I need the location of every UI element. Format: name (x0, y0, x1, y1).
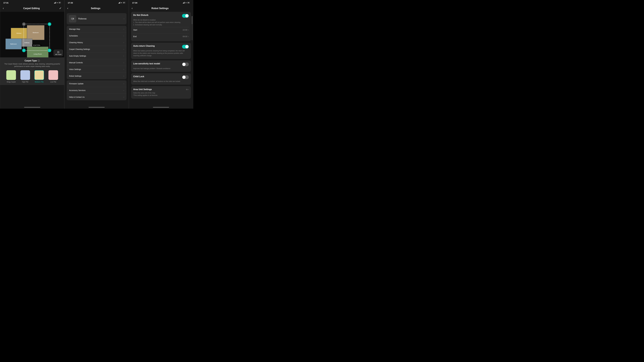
nav-header-2: ‹ Settings (64, 5, 129, 12)
carpet-type-desc: The Carpet Master mode delivers precise,… (3, 63, 62, 67)
carpet-option-low[interactable]: Low Pile (48, 70, 58, 83)
robot-settings-chevron: › (124, 75, 124, 77)
cleaning-history-label: Cleaning History (69, 41, 124, 43)
confirm-button-1[interactable]: ✓ (59, 6, 62, 10)
battery-icon-1: 87 (58, 2, 61, 3)
carpet-option-medium[interactable]: Medium Pile (34, 70, 44, 83)
device-card[interactable]: Robovac › (67, 13, 126, 24)
screen-carpet-editing: 17:31 ▾ 87 ‹ Carpet Editing ✓ (0, 0, 64, 109)
settings-item-manage-map[interactable]: Manage Map › (67, 26, 126, 32)
cleaning-history-chevron: › (124, 41, 124, 43)
status-icons-2: ▾ 87 (118, 2, 126, 4)
svg-rect-2 (72, 18, 72, 19)
do-not-disturb-card: Do Not Disturb When do not disturb is en… (131, 12, 191, 41)
child-lock-card: Child Lock When the child lock is enable… (131, 73, 191, 85)
voice-settings-chevron: › (124, 68, 124, 70)
auto-empty-label: Auto Empty Settings (69, 55, 124, 57)
page-title-3: Robot Settings (152, 7, 169, 10)
floor-plan: Kitchen Bedroom Bathroom Hallway Living … (0, 12, 64, 57)
accessory-label: Accessory Services (69, 89, 124, 91)
settings-item-cleaning-history[interactable]: Cleaning History › (67, 39, 126, 46)
robot-settings-content: Do Not Disturb When do not disturb is en… (129, 12, 193, 109)
wifi-icon-1: ▾ (57, 2, 58, 4)
home-indicator-2 (88, 107, 105, 107)
help-label: Help & Contact Us (69, 96, 124, 98)
low-sensitivity-toggle[interactable] (182, 62, 189, 66)
status-icons-1: ▾ 87 (54, 2, 61, 4)
settings-item-schedules[interactable]: Schedules › (67, 32, 126, 39)
carpet-handle-tr[interactable]: ↻ (48, 22, 51, 26)
carpet-label-low: Low Pile (50, 81, 56, 83)
child-lock-header: Child Lock (133, 75, 189, 79)
robot-settings-label: Robot Settings (69, 75, 124, 77)
auto-return-toggle[interactable] (182, 45, 189, 48)
end-label: End (133, 35, 136, 37)
screen-robot-settings: 17:34 ▾ 86 ‹ Robot Settings (129, 0, 193, 109)
nav-header-1: ‹ Carpet Editing ✓ (0, 5, 64, 12)
manage-map-chevron: › (124, 28, 124, 30)
area-unit-title: Area Unit Settings (133, 88, 152, 91)
carpet-option-high[interactable]: High Pile (20, 70, 30, 83)
signal-icon-3 (183, 2, 185, 3)
scroll-indicator (192, 16, 192, 40)
carpet-selection-box[interactable]: ✕ ↻ ✓ ⤡ 3.2m*3.9m (24, 24, 50, 51)
add-carpet-button[interactable]: ⊡ add carpet (54, 50, 63, 56)
dnd-end-time[interactable]: End 08:00 › (133, 34, 189, 39)
firmware-label: Firmware Update (69, 83, 124, 85)
settings-item-auto-empty[interactable]: Auto Empty Settings › (67, 52, 126, 59)
settings-bottom-section: Firmware Update › Accessory Services › H… (67, 80, 126, 100)
carpet-label-shag: Shag Carpet (7, 81, 16, 83)
carpet-type-panel: Carpet Type i The Carpet Master mode del… (0, 57, 64, 85)
settings-item-manual-controls[interactable]: Manual Controls › (67, 59, 126, 66)
add-carpet-icon: ⊡ (55, 51, 62, 54)
back-button-2[interactable]: ‹ (67, 6, 68, 10)
status-bar-1: 17:31 ▾ 87 (0, 0, 64, 5)
status-time-2: 17:33 (68, 1, 73, 4)
child-lock-desc: When the child lock is enabled, all butt… (133, 80, 189, 83)
dnd-start-time[interactable]: Start 22:00 › (133, 27, 189, 32)
auto-return-header: Auto-return Cleaning (133, 45, 189, 48)
back-button-3[interactable]: ‹ (132, 6, 132, 10)
auto-return-card: Auto-return Cleaning When low battery pr… (131, 43, 191, 59)
back-button-1[interactable]: ‹ (3, 6, 4, 10)
battery-icon-3: 86 (187, 2, 190, 3)
low-sensitivity-card: Low-sensitivity test model Improves hair… (131, 60, 191, 72)
start-label: Start (133, 29, 137, 31)
status-time-1: 17:31 (3, 1, 8, 4)
settings-item-robot-settings[interactable]: Robot Settings › (67, 73, 126, 79)
carpet-type-title: Carpet Type i (3, 59, 62, 62)
carpet-swatch-medium (34, 70, 44, 80)
settings-item-firmware[interactable]: Firmware Update › (67, 80, 126, 87)
end-value: 08:00 › (182, 35, 189, 37)
firmware-chevron: › (124, 82, 124, 85)
carpet-handle-br[interactable]: ⤡ (48, 49, 51, 52)
settings-item-carpet-cleaning[interactable]: Carpet Cleaning Settings › (67, 46, 126, 52)
dnd-toggle-knob (185, 14, 188, 17)
svg-point-5 (73, 20, 74, 20)
home-indicator-3 (153, 107, 169, 107)
child-lock-toggle[interactable] (182, 75, 189, 79)
dnd-desc: When do not disturb is enabled: 1. The r… (133, 19, 189, 26)
area-unit-card: Area Unit Settings m › Select the area u… (131, 86, 191, 99)
carpet-handle-bl[interactable]: ✓ (22, 49, 26, 52)
dnd-toggle[interactable] (182, 14, 189, 18)
page-title-1: Carpet Editing (23, 7, 40, 10)
carpet-cleaning-label: Carpet Cleaning Settings (69, 48, 124, 50)
status-time-3: 17:34 (132, 1, 137, 4)
carpet-option-shag[interactable]: Shag Carpet (6, 70, 16, 83)
area-unit-value[interactable]: m › (186, 88, 189, 90)
svg-rect-3 (73, 18, 74, 19)
auto-empty-chevron: › (124, 55, 124, 57)
status-icons-3: ▾ 86 (183, 2, 190, 4)
scroll-thumb (192, 16, 192, 24)
settings-item-help[interactable]: Help & Contact Us › (67, 94, 126, 100)
accessory-chevron: › (124, 89, 124, 91)
carpet-handle-tl[interactable]: ✕ (22, 22, 26, 26)
settings-item-voice-settings[interactable]: Voice Settings › (67, 66, 126, 73)
start-value: 22:00 › (182, 29, 189, 31)
auto-return-toggle-knob (185, 45, 188, 48)
screen-settings: 17:33 ▾ 87 ‹ Settings (64, 0, 129, 109)
child-lock-toggle-knob (182, 76, 186, 79)
carpet-swatch-low (48, 70, 58, 80)
settings-item-accessory[interactable]: Accessory Services › (67, 87, 126, 94)
